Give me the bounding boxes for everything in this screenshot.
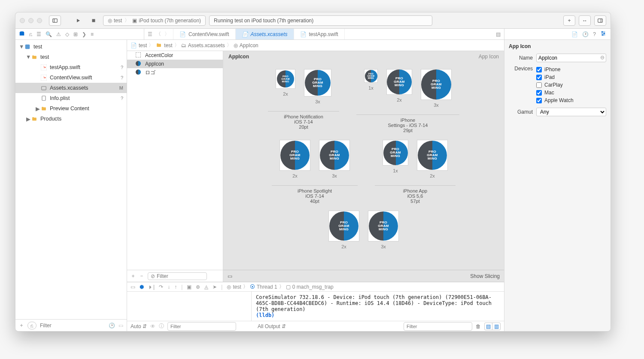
disclosure-icon[interactable]: ▼ xyxy=(26,54,31,60)
related-items-icon[interactable]: ☰ xyxy=(148,31,152,37)
asset-filter-input[interactable] xyxy=(157,273,204,279)
tab-testapp-swift[interactable]: 📄testApp.swift xyxy=(294,29,345,39)
history-inspector-icon[interactable]: 🕑 xyxy=(582,31,589,37)
console-pane-icon[interactable]: ▥ xyxy=(492,323,500,330)
icon-slot[interactable]: PROGRAMMING3x xyxy=(304,69,331,104)
debug-bc-target[interactable]: test xyxy=(233,284,241,290)
output-scope-button[interactable]: All Output ⇵ xyxy=(258,323,286,329)
location-icon[interactable]: ➤ xyxy=(213,284,217,290)
step-out-icon[interactable]: ↑ xyxy=(174,284,177,290)
debug-navigator-icon[interactable]: ⊞ xyxy=(73,31,78,37)
breadcrumb[interactable]: 📄 test 〉 test 〉 🗂 Assets.xcassets 〉 ◎ Ap… xyxy=(127,40,504,51)
sidebar-toggle-button[interactable] xyxy=(49,15,61,26)
canvas-scroll[interactable]: PROGRAMMING2xPROGRAMMING3xiPhone Notific… xyxy=(223,62,504,270)
add-asset-button[interactable]: ＋ xyxy=(131,272,136,280)
breakpoint-navigator-icon[interactable]: ❯ xyxy=(82,31,86,37)
nav-item-products[interactable]: ▶Products xyxy=(15,114,127,124)
run-button[interactable] xyxy=(72,15,84,26)
asset-item-accentcolor[interactable]: AccentColor xyxy=(127,51,223,60)
navigator-filter-input[interactable] xyxy=(40,323,105,329)
vars-pane-icon[interactable]: ▤ xyxy=(485,323,492,330)
recent-filter-icon[interactable]: 🕑 xyxy=(109,323,115,329)
view-debug-icon[interactable]: ▣ xyxy=(187,284,191,290)
nav-item-preview-content[interactable]: ▶Preview Content xyxy=(15,103,127,114)
add-button[interactable]: ＋ xyxy=(19,322,24,329)
clear-icon[interactable]: ⊖ xyxy=(600,54,605,60)
device-check-carplay[interactable]: CarPlay xyxy=(536,81,606,89)
gamut-select[interactable]: Any xyxy=(536,108,606,116)
inspector-toggle-button[interactable] xyxy=(594,15,606,26)
env-override-icon[interactable]: ◬ xyxy=(204,284,208,290)
checkbox[interactable] xyxy=(536,75,542,80)
icon-slot[interactable]: PROGRAMMING2x xyxy=(417,140,448,178)
file-inspector-icon[interactable]: 📄 xyxy=(571,31,578,37)
icon-slot[interactable]: PROGRAMMING2x xyxy=(279,140,310,178)
step-into-icon[interactable]: ↓ xyxy=(167,284,170,290)
minimize-icon[interactable] xyxy=(28,18,33,23)
icon-slot[interactable]: PROGRAMMING2x xyxy=(328,211,359,249)
scheme-selector[interactable]: ◎ test 〉 ▣ iPod touch (7th generation) xyxy=(103,15,206,26)
close-icon[interactable] xyxy=(20,18,25,23)
attributes-inspector-icon[interactable] xyxy=(600,30,606,38)
debug-bc-frame[interactable]: 0 mach_msg_trap xyxy=(292,284,334,290)
icon-slot[interactable]: PROGRAMMING1x xyxy=(383,140,408,178)
back-button[interactable]: 〈 xyxy=(156,30,161,38)
symbol-navigator-icon[interactable]: ☰ xyxy=(36,31,41,37)
name-field[interactable] xyxy=(536,54,606,62)
print-icon[interactable]: ⓘ xyxy=(159,323,164,330)
breakpoints-icon[interactable]: ⬢ xyxy=(140,284,144,290)
nav-item-contentview-swift[interactable]: ContentView.swift? xyxy=(15,72,127,83)
project-navigator-icon[interactable] xyxy=(19,30,25,38)
variables-filter-input[interactable] xyxy=(167,322,236,331)
debug-bc-thread[interactable]: Thread 1 xyxy=(257,284,277,290)
debug-view-toggle[interactable]: ▤ ▥ xyxy=(484,323,501,330)
nav-item-assets-xcassets[interactable]: Assets.xcassetsM xyxy=(15,83,127,93)
checkbox[interactable] xyxy=(536,67,542,72)
icon-slot[interactable]: PROGRAMMING3x xyxy=(368,211,399,249)
nav-item-test[interactable]: ▼test xyxy=(15,42,127,52)
remove-asset-button[interactable]: － xyxy=(139,272,144,280)
show-slicing-button[interactable]: Show Slicing xyxy=(470,273,500,279)
nav-item-testapp-swift[interactable]: testApp.swift? xyxy=(15,62,127,72)
code-review-button[interactable]: ↔ xyxy=(579,15,591,26)
device-check-apple-watch[interactable]: Apple Watch xyxy=(536,97,606,104)
help-inspector-icon[interactable]: ? xyxy=(593,31,596,37)
clear-console-icon[interactable]: 🗑 xyxy=(476,323,481,329)
memory-graph-icon[interactable]: ⊕ xyxy=(196,284,200,290)
checkbox[interactable] xyxy=(536,82,542,88)
step-over-icon[interactable]: ↷ xyxy=(159,284,163,290)
console-filter-input[interactable] xyxy=(404,322,472,331)
canvas-view-icon[interactable]: ▭ xyxy=(228,273,232,279)
continue-icon[interactable]: ⏵| xyxy=(148,284,155,290)
icon-slot[interactable]: PROGRAMMING1x xyxy=(364,69,378,108)
device-check-ipad[interactable]: iPad xyxy=(536,73,606,81)
forward-button[interactable]: 〉 xyxy=(164,30,170,38)
nav-item-info-plist[interactable]: Info.plist? xyxy=(15,93,127,103)
find-navigator-icon[interactable]: 🔍 xyxy=(46,31,52,37)
nav-item-test[interactable]: ▼test xyxy=(15,52,127,62)
edited-filter-icon[interactable]: ▭ xyxy=(118,323,123,329)
tab-assets-xcassets[interactable]: 📄Assets.xcassets xyxy=(236,29,294,39)
checkbox[interactable] xyxy=(536,98,542,103)
icon-slot[interactable]: PROGRAMMING3x xyxy=(421,69,452,108)
icon-slot[interactable]: PROGRAMMING2x xyxy=(386,69,412,108)
zoom-icon[interactable] xyxy=(37,18,42,23)
stop-button[interactable] xyxy=(88,15,100,26)
hide-debug-icon[interactable]: ▭ xyxy=(131,284,135,290)
device-check-iphone[interactable]: iPhone xyxy=(536,66,606,73)
library-button[interactable]: + xyxy=(563,15,575,26)
checkbox[interactable] xyxy=(536,90,542,96)
icon-slot[interactable]: PROGRAMMING2x xyxy=(276,69,295,104)
test-navigator-icon[interactable]: ◇ xyxy=(65,31,69,37)
disclosure-icon[interactable]: ▶ xyxy=(35,106,40,112)
disclosure-icon[interactable]: ▶ xyxy=(26,116,31,122)
console-output[interactable]: CoreSimulator 732.18.6 - Device: iPod to… xyxy=(252,292,504,321)
minimap-icon[interactable]: ▤ xyxy=(496,31,501,37)
asset-item-appicon[interactable]: AppIcon xyxy=(127,60,223,68)
quicklook-icon[interactable]: 👁 xyxy=(150,323,155,329)
issue-navigator-icon[interactable]: ⚠ xyxy=(56,31,61,37)
scm-filter-button[interactable]: ⎌ xyxy=(27,322,36,329)
tab-contentview-swift[interactable]: 📄ContentView.swift xyxy=(173,29,236,39)
report-navigator-icon[interactable]: ≡ xyxy=(91,31,94,37)
source-control-navigator-icon[interactable]: ⎌ xyxy=(29,31,32,37)
